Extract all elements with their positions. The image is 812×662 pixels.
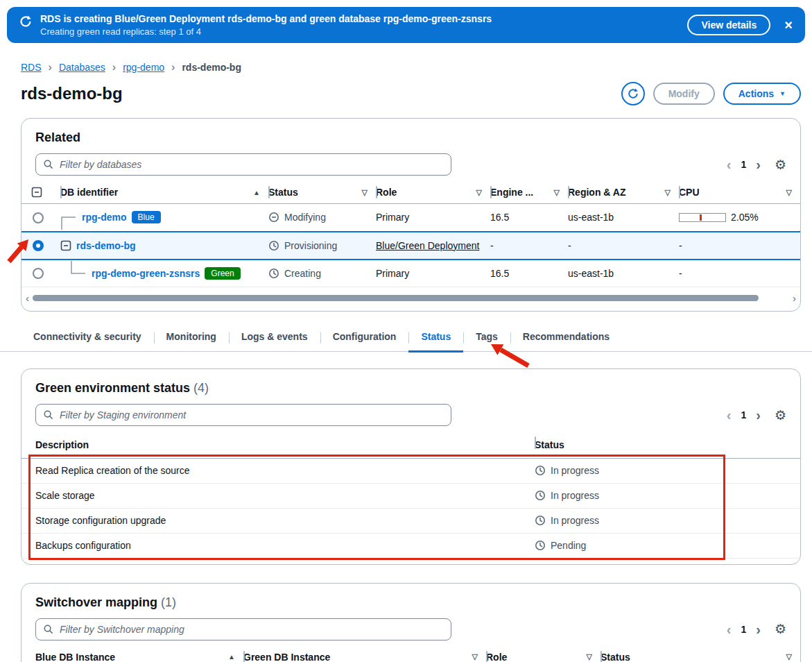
switchover-count: (1): [161, 595, 176, 609]
in-progress-icon: [535, 465, 546, 476]
role-text: Primary: [376, 268, 409, 279]
column-header-db-identifier[interactable]: DB identifier ▲: [60, 183, 268, 204]
horizontal-scrollbar[interactable]: ‹ ›: [21, 287, 800, 305]
tab-connectivity-security[interactable]: Connectivity & security: [21, 324, 154, 351]
progress-spinner-icon: [19, 15, 32, 28]
tab-configuration[interactable]: Configuration: [320, 324, 409, 351]
switchover-filter: [35, 618, 451, 640]
gear-icon[interactable]: ⚙: [775, 409, 786, 422]
page-title: rds-demo-bg: [21, 84, 123, 103]
tab-tags[interactable]: Tags: [463, 324, 510, 351]
description-text: Storage configuration upgrade: [35, 515, 166, 526]
table-row-rds-demo-bg[interactable]: rds-demo-bg Provisioning Blue/Green Depl: [21, 232, 800, 260]
column-header-status[interactable]: Status ▽: [268, 183, 376, 204]
switchover-filter-input[interactable]: [35, 618, 451, 640]
breadcrumb-separator-icon: ›: [49, 61, 52, 74]
column-header-status[interactable]: Status: [535, 433, 800, 458]
close-icon[interactable]: ×: [784, 18, 793, 32]
description-text: Backups configuration: [35, 540, 131, 551]
banner-title: RDS is creating Blue/Green Deployment rd…: [40, 13, 492, 24]
column-header-region-az[interactable]: Region & AZ ▽: [568, 183, 679, 204]
page-number[interactable]: 1: [741, 409, 746, 421]
sort-desc-icon: ▽: [587, 652, 592, 661]
scrollbar-thumb[interactable]: [33, 295, 759, 301]
in-progress-icon: [535, 490, 546, 501]
gear-icon[interactable]: ⚙: [775, 622, 786, 636]
db-link-rpg-demo[interactable]: rpg-demo: [82, 212, 127, 223]
page-number[interactable]: 1: [741, 159, 746, 170]
scroll-left-icon[interactable]: ‹: [24, 292, 31, 304]
breadcrumb-link-rpg-demo[interactable]: rpg-demo: [123, 62, 164, 73]
column-header-green-db[interactable]: Green DB Instance ▽: [243, 647, 486, 662]
breadcrumb-link-rds[interactable]: RDS: [21, 62, 42, 73]
column-header-status[interactable]: Status ▽: [601, 647, 800, 662]
related-card: Related ‹ 1 › ⚙: [21, 118, 801, 312]
table-row: Storage configuration upgrade In progres…: [21, 508, 800, 533]
radio-button[interactable]: [33, 240, 44, 251]
rds-console-page: RDS is creating Blue/Green Deployment rd…: [0, 7, 812, 662]
refresh-button[interactable]: [621, 82, 645, 105]
sort-desc-icon: ▽: [476, 188, 482, 197]
sort-desc-icon: ▽: [472, 652, 478, 661]
chevron-left-icon[interactable]: ‹: [727, 158, 732, 171]
switchover-mapping-card: Switchover mapping (1) ‹ 1 › ⚙: [21, 583, 801, 662]
tab-logs-events[interactable]: Logs & events: [229, 324, 320, 351]
green-status-count: (4): [193, 381, 209, 395]
column-header-engine[interactable]: Engine ... ▽: [490, 183, 568, 204]
page-number[interactable]: 1: [741, 624, 746, 635]
related-table: DB identifier ▲ Status ▽ Role ▽ Engine .…: [21, 183, 800, 287]
related-pagination: ‹ 1 › ⚙: [727, 158, 786, 171]
db-link-rpg-demo-green[interactable]: rpg-demo-green-zsnsrs: [92, 268, 200, 279]
region-text: us-east-1b: [568, 212, 614, 223]
modify-button[interactable]: Modify: [653, 83, 715, 105]
search-icon: [43, 409, 53, 420]
status-text: In progress: [551, 465, 599, 476]
chevron-left-icon[interactable]: ‹: [727, 622, 732, 636]
status-text: Creating: [284, 268, 321, 279]
related-filter-input[interactable]: [35, 153, 451, 176]
tab-status[interactable]: Status: [408, 324, 463, 353]
column-header-role[interactable]: Role ▽: [376, 183, 490, 204]
region-text: us-east-1b: [568, 268, 614, 279]
view-details-button[interactable]: View details: [687, 15, 770, 35]
sort-desc-icon: ▽: [665, 188, 671, 197]
breadcrumb-link-databases[interactable]: Databases: [59, 62, 105, 73]
breadcrumb-separator-icon: ›: [112, 61, 116, 74]
chevron-right-icon[interactable]: ›: [756, 408, 761, 422]
sort-asc-icon: ▲: [253, 189, 260, 196]
tab-monitoring[interactable]: Monitoring: [154, 324, 229, 351]
search-icon: [43, 624, 53, 634]
column-header-description[interactable]: Description: [21, 433, 535, 458]
chevron-right-icon[interactable]: ›: [756, 158, 761, 171]
modifying-icon: [268, 212, 279, 223]
radio-button[interactable]: [33, 212, 44, 223]
actions-button[interactable]: Actions ▼: [723, 83, 801, 105]
gear-icon[interactable]: ⚙: [775, 158, 786, 171]
column-header-role[interactable]: Role ▽: [486, 647, 601, 662]
table-row: Read Replica creation of the source In p…: [21, 458, 800, 483]
engine-text: 16.5: [490, 212, 509, 223]
table-row-rpg-demo[interactable]: rpg-demo Blue Modifying Pr: [21, 204, 800, 232]
chevron-right-icon[interactable]: ›: [756, 622, 761, 636]
cpu-text: -: [679, 240, 682, 251]
expand-toggle-icon[interactable]: [60, 240, 71, 251]
tab-bar: Connectivity & security Monitoring Logs …: [0, 324, 812, 352]
switchover-pagination: ‹ 1 › ⚙: [727, 622, 786, 636]
tab-recommendations[interactable]: Recommendations: [510, 324, 622, 351]
table-row-rpg-demo-green[interactable]: rpg-demo-green-zsnsrs Green Creating: [21, 260, 800, 287]
sort-desc-icon: ▽: [554, 188, 560, 197]
related-title: Related: [35, 128, 786, 146]
chevron-left-icon[interactable]: ‹: [727, 408, 732, 422]
radio-button[interactable]: [33, 268, 44, 279]
db-link-rds-demo-bg[interactable]: rds-demo-bg: [76, 240, 136, 251]
refresh-icon: [628, 88, 639, 99]
role-text[interactable]: Blue/Green Deployment: [376, 240, 479, 251]
scrollbar-track[interactable]: [33, 295, 789, 301]
scroll-right-icon[interactable]: ›: [791, 292, 797, 304]
select-all-header[interactable]: [21, 183, 60, 204]
in-progress-icon: [268, 268, 279, 279]
status-text: In progress: [551, 515, 599, 526]
column-header-blue-db[interactable]: Blue DB Instance ▲: [21, 647, 243, 662]
column-header-cpu[interactable]: CPU ▽: [679, 183, 800, 204]
green-status-filter-input[interactable]: [35, 404, 451, 426]
